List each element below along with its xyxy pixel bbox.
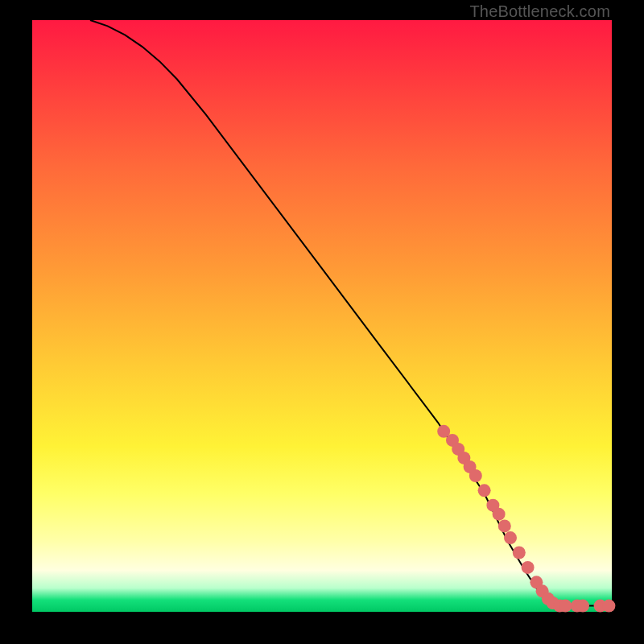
data-point	[498, 519, 511, 532]
marker-layer	[437, 425, 615, 613]
data-point	[522, 561, 535, 574]
data-point	[493, 508, 506, 521]
chart-svg	[32, 20, 612, 612]
data-point	[513, 547, 526, 559]
data-point	[504, 531, 517, 544]
data-point	[559, 600, 572, 613]
chart-frame: TheBottleneck.com	[0, 0, 644, 644]
data-point	[469, 469, 482, 482]
curve-layer	[90, 20, 612, 606]
data-point	[576, 600, 589, 613]
watermark-text: TheBottleneck.com	[469, 2, 610, 21]
curve-path	[90, 20, 612, 606]
data-point	[602, 600, 615, 613]
data-point	[478, 484, 491, 497]
plot-area	[32, 20, 612, 612]
